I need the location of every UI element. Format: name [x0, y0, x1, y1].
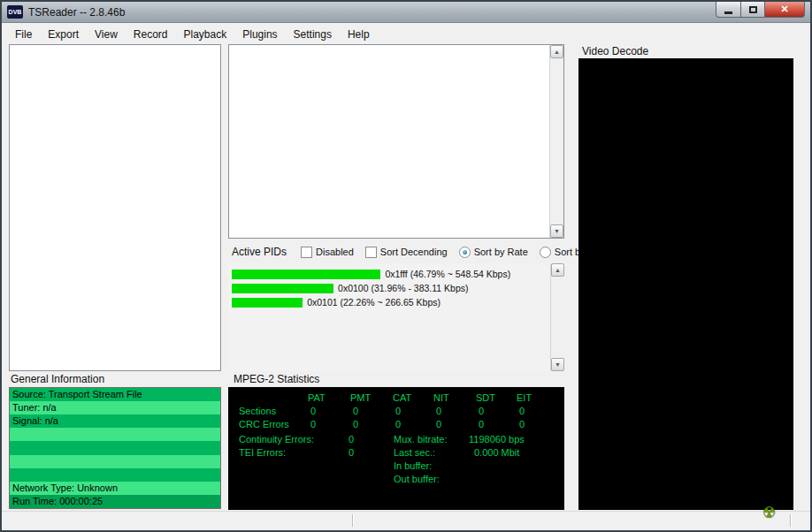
crc-label: CRC Errors	[239, 419, 289, 429]
out-buffer-label: Out buffer:	[394, 474, 440, 484]
info-row-empty	[10, 441, 220, 454]
disabled-checkbox[interactable]: Disabled	[301, 247, 354, 258]
in-buffer-label: In buffer:	[394, 460, 432, 471]
sections-cat: 0	[395, 406, 401, 416]
sections-pmt: 0	[353, 406, 358, 416]
close-icon: ✕	[780, 4, 788, 15]
app-icon: DVB	[7, 5, 23, 19]
info-row-empty	[10, 455, 220, 468]
pid-bar-label: 0x1fff (46.79% ~ 548.54 Kbps)	[385, 269, 510, 279]
maximize-icon	[749, 6, 757, 13]
active-pids-label: Active PIDs	[232, 246, 287, 258]
pid-rate-bar	[232, 298, 303, 308]
sections-nit: 0	[436, 406, 441, 416]
sort-by-rate-radio[interactable]: Sort by Rate	[459, 247, 528, 258]
status-bar	[2, 511, 810, 530]
active-pids-scrollbar[interactable]: ▲ ▼	[550, 263, 564, 371]
sections-label: Sections	[239, 406, 276, 416]
pid-bar-row: 0x0100 (31.96% - 383.11 Kbps)	[232, 281, 564, 295]
checkbox-icon[interactable]	[301, 247, 312, 258]
menu-playback[interactable]: Playback	[176, 26, 235, 43]
lastsec-value: 0.000 Mbit	[474, 447, 519, 458]
col-pmt: PMT	[350, 392, 371, 403]
menu-view[interactable]: View	[87, 26, 126, 43]
info-row-empty	[10, 428, 220, 441]
crc-eit: 0	[519, 419, 525, 429]
mpeg-statistics-label: MPEG-2 Statistics	[234, 373, 319, 385]
sections-eit: 0	[519, 406, 525, 416]
maximize-button[interactable]	[741, 2, 765, 18]
lastsec-label: Last sec.:	[394, 447, 435, 458]
menu-help[interactable]: Help	[340, 26, 378, 43]
window-title: TSReader -- 2.8.46b	[28, 6, 125, 19]
info-row-signal: Signal: n/a	[10, 414, 220, 428]
pid-list-panel[interactable]: ▲ ▼	[228, 44, 564, 239]
tei-value: 0	[349, 447, 354, 458]
menu-plugins[interactable]: Plugins	[234, 26, 285, 43]
scroll-down-icon[interactable]: ▼	[551, 358, 564, 371]
pid-bar-row: 0x0101 (22.26% ~ 266.65 Kbps)	[232, 295, 564, 309]
statusbar-divider	[790, 514, 791, 527]
info-row-network: Network Type: Unknown	[10, 482, 220, 495]
scroll-track[interactable]	[551, 277, 564, 358]
video-decode-panel	[578, 58, 793, 510]
close-button[interactable]: ✕	[765, 2, 805, 18]
continuity-label: Continuity Errors:	[239, 434, 314, 445]
col-sdt: SDT	[476, 392, 495, 403]
col-nit: NIT	[433, 392, 449, 403]
sort-descending-checkbox[interactable]: Sort Decending	[365, 247, 448, 258]
statusbar-divider	[352, 514, 353, 527]
mux-bitrate-label: Mux. bitrate:	[394, 434, 448, 445]
info-row-source: Source: Transport Stream File	[10, 388, 220, 401]
window-controls: ✕	[716, 2, 805, 18]
minimize-button[interactable]	[716, 2, 741, 18]
scroll-track[interactable]	[550, 58, 563, 224]
pid-rate-bar	[232, 270, 380, 279]
tei-label: TEI Errors:	[239, 447, 286, 458]
menu-file[interactable]: File	[7, 26, 40, 43]
info-row-runtime: Run Time: 000:00:25	[10, 495, 220, 508]
crc-sdt: 0	[479, 419, 484, 429]
video-decode-label: Video Decode	[582, 45, 648, 57]
crc-nit: 0	[436, 419, 441, 429]
radiation-icon: ☢	[762, 504, 776, 522]
pid-bar-label: 0x0101 (22.26% ~ 266.65 Kbps)	[307, 297, 440, 308]
scroll-up-icon[interactable]: ▲	[551, 263, 564, 277]
pid-rate-bar	[232, 284, 333, 293]
scroll-up-icon[interactable]: ▲	[550, 45, 563, 58]
pid-bar-row: 0x1fff (46.79% ~ 548.54 Kbps)	[232, 267, 564, 281]
menu-bar: File Export View Record Playback Plugins…	[2, 24, 810, 44]
scroll-down-icon[interactable]: ▼	[550, 224, 563, 238]
active-pids-controls: Active PIDs Disabled Sort Decending Sort…	[232, 244, 616, 260]
stream-tree-panel[interactable]	[9, 44, 221, 371]
pid-bar-label: 0x0100 (31.96% - 383.11 Kbps)	[338, 283, 469, 293]
col-eit: EIT	[517, 392, 532, 403]
col-pat: PAT	[308, 392, 326, 403]
info-row-empty	[10, 468, 220, 482]
crc-pmt: 0	[353, 419, 358, 429]
mux-bitrate-value: 1198060 bps	[469, 434, 525, 445]
title-bar[interactable]: DVB TSReader -- 2.8.46b ✕	[2, 2, 810, 23]
info-row-tuner: Tuner: n/a	[10, 401, 220, 414]
menu-settings[interactable]: Settings	[286, 26, 340, 43]
tsreader-window: DVB TSReader -- 2.8.46b ✕ File Export Vi…	[0, 0, 812, 532]
crc-cat: 0	[395, 419, 401, 429]
checkbox-icon[interactable]	[365, 247, 377, 258]
col-cat: CAT	[393, 392, 411, 403]
menu-record[interactable]: Record	[126, 26, 176, 43]
pid-list-scrollbar[interactable]: ▲ ▼	[549, 45, 563, 238]
general-information-panel: Source: Transport Stream File Tuner: n/a…	[9, 387, 221, 509]
general-information-label: General Information	[11, 373, 104, 385]
menu-export[interactable]: Export	[40, 26, 87, 43]
mpeg-statistics-panel: PAT PMT CAT NIT SDT EIT Sections 0 0 0 0…	[228, 387, 564, 510]
radio-icon[interactable]	[540, 247, 551, 258]
sections-sdt: 0	[479, 406, 484, 416]
crc-pat: 0	[310, 419, 316, 429]
continuity-value: 0	[349, 434, 354, 445]
radio-icon[interactable]	[459, 247, 471, 258]
sections-pat: 0	[310, 406, 316, 416]
active-pids-graph-panel[interactable]: 0x1fff (46.79% ~ 548.54 Kbps) 0x0100 (31…	[228, 263, 564, 371]
minimize-icon	[724, 11, 732, 14]
